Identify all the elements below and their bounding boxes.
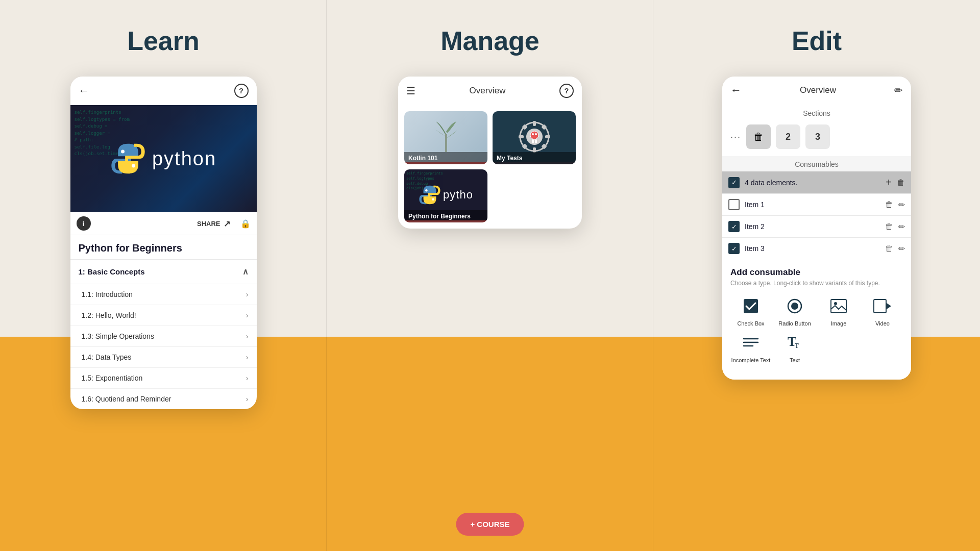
- help-button[interactable]: ?: [559, 84, 574, 98]
- delete-section-button[interactable]: 🗑: [746, 124, 771, 149]
- item2-label: Item 2: [745, 222, 880, 231]
- list-item[interactable]: 1.3: Simple Operations ›: [70, 325, 257, 346]
- hamburger-menu-icon[interactable]: ☰: [406, 85, 415, 97]
- text-type-label: Text: [790, 357, 800, 363]
- checkbox-type-label: Check Box: [737, 320, 764, 327]
- python-label: Python for Beginners: [404, 210, 487, 222]
- info-button[interactable]: i: [77, 216, 91, 231]
- type-text[interactable]: T т Text: [774, 332, 815, 363]
- consumable-header-row: ✓ 4 data elements. + 🗑: [722, 171, 911, 193]
- item-label: 1.3: Simple Operations: [82, 332, 154, 340]
- manage-title: Manage: [440, 26, 540, 56]
- video-type-icon: [871, 295, 894, 317]
- item-chevron-icon: ›: [246, 374, 249, 382]
- svg-marker-26: [887, 303, 891, 309]
- course-card-kotlin[interactable]: Kotlin 101: [404, 111, 487, 164]
- course-card-python[interactable]: self.fingerprintsself.logtypesself.debug…: [404, 169, 487, 222]
- kotlin-plant-icon: [431, 119, 461, 155]
- section-header[interactable]: 1: Basic Concepts ∧: [70, 259, 257, 284]
- add-consumable-title: Add consumable: [730, 267, 903, 278]
- item3-checkbox[interactable]: ✓: [728, 243, 740, 254]
- list-item[interactable]: 1.6: Quotiend and Reminder ›: [70, 388, 257, 409]
- mytests-icon: [517, 119, 552, 155]
- svg-rect-25: [874, 299, 886, 313]
- more-options-button[interactable]: ···: [730, 132, 741, 142]
- delete-header-button[interactable]: 🗑: [897, 178, 905, 187]
- edit-title: Edit: [792, 26, 842, 56]
- radio-svg-icon: [787, 298, 803, 314]
- list-item[interactable]: 1.5: Exponentiation ›: [70, 367, 257, 388]
- python-card-text: pytho: [443, 188, 473, 202]
- video-svg-icon: [873, 299, 892, 313]
- section-3-button[interactable]: 3: [805, 124, 830, 149]
- item-chevron-icon: ›: [246, 290, 249, 298]
- radio-type-label: Radio Button: [778, 320, 811, 327]
- add-course-button[interactable]: + COURSE: [456, 513, 524, 536]
- item1-delete-button[interactable]: 🗑: [885, 200, 893, 209]
- svg-point-18: [425, 189, 427, 191]
- svg-rect-2: [445, 134, 447, 152]
- header-checkbox[interactable]: ✓: [728, 177, 740, 188]
- list-item[interactable]: 1.1: Introduction ›: [70, 284, 257, 305]
- item-label: 1.5: Exponentiation: [82, 374, 143, 382]
- type-checkbox[interactable]: Check Box: [730, 295, 771, 327]
- add-consumable-section: Add consumable Choose a type. Long-click…: [722, 259, 911, 380]
- svg-point-22: [791, 303, 798, 310]
- add-consumable-subtitle: Choose a type. Long-click to show varian…: [730, 280, 903, 287]
- learn-title: Learn: [127, 26, 200, 56]
- type-radio[interactable]: Radio Button: [774, 295, 815, 327]
- item3-edit-button[interactable]: ✏: [898, 244, 905, 254]
- list-item[interactable]: 1.4: Data Types ›: [70, 346, 257, 367]
- consumable-item-row: ✓ Item 2 🗑 ✏: [722, 215, 911, 237]
- incomplete-text-type-icon: [740, 332, 762, 354]
- text-svg-icon: T т: [787, 335, 802, 351]
- type-incomplete-text[interactable]: Incomplete Text: [730, 332, 771, 363]
- item2-delete-button[interactable]: 🗑: [885, 222, 893, 231]
- course-card-mytests[interactable]: My Tests: [493, 111, 576, 164]
- python-card-logo: [419, 184, 441, 206]
- back-button[interactable]: ←: [730, 84, 742, 97]
- consumables-label: Consumables: [722, 156, 911, 171]
- help-button[interactable]: ?: [234, 84, 249, 98]
- item-label: 1.4: Data Types: [82, 353, 132, 361]
- kotlin-label: Kotlin 101: [404, 152, 487, 164]
- checkbox-svg-icon: [743, 298, 759, 314]
- item2-edit-button[interactable]: ✏: [898, 222, 905, 232]
- svg-point-24: [834, 302, 837, 305]
- courses-grid: Kotlin 101: [398, 105, 582, 229]
- course-image: self.fingerprints self.logtypes = from s…: [70, 105, 257, 212]
- lock-icon[interactable]: 🔒: [240, 219, 251, 229]
- svg-rect-7: [545, 135, 550, 138]
- code-bg: self.fingerprints self.logtypes = from s…: [70, 105, 257, 212]
- manage-phone-header: ☰ Overview ?: [398, 77, 582, 105]
- manage-header-title: Overview: [470, 86, 506, 96]
- type-video[interactable]: Video: [862, 295, 903, 327]
- share-button[interactable]: SHARE ↗: [197, 219, 230, 229]
- add-item-button[interactable]: +: [886, 177, 892, 188]
- item3-label: Item 3: [745, 244, 880, 253]
- incomplete-text-svg-icon: [743, 335, 759, 350]
- back-button[interactable]: ←: [79, 84, 90, 97]
- item3-delete-button[interactable]: 🗑: [885, 244, 893, 253]
- learn-panel: Learn ← ? self.fingerprints self.logtype…: [0, 0, 327, 551]
- svg-point-19: [432, 198, 434, 201]
- list-item[interactable]: 1.2: Hello, World! ›: [70, 305, 257, 325]
- header-item-label: 4 data elements.: [745, 179, 880, 187]
- item-label: 1.1: Introduction: [82, 290, 133, 298]
- item2-checkbox[interactable]: ✓: [728, 221, 740, 232]
- item-label: 1.6: Quotiend and Reminder: [82, 395, 172, 403]
- consumable-types-grid: Check Box Radio Button: [730, 295, 903, 363]
- item1-edit-button[interactable]: ✏: [898, 200, 905, 210]
- item1-checkbox[interactable]: [728, 199, 740, 210]
- manage-phone: ☰ Overview ? Kotlin 101: [398, 77, 582, 229]
- item-chevron-icon: ›: [246, 311, 249, 319]
- type-image[interactable]: Image: [818, 295, 859, 327]
- edit-pencil-icon[interactable]: ✏: [894, 84, 903, 96]
- incomplete-text-type-label: Incomplete Text: [731, 357, 771, 363]
- edit-phone-header: ← Overview ✏: [722, 77, 911, 104]
- svg-point-13: [530, 131, 538, 139]
- video-type-label: Video: [875, 320, 890, 327]
- section-2-button[interactable]: 2: [776, 124, 800, 149]
- svg-text:т: т: [795, 340, 799, 350]
- svg-rect-14: [532, 139, 534, 143]
